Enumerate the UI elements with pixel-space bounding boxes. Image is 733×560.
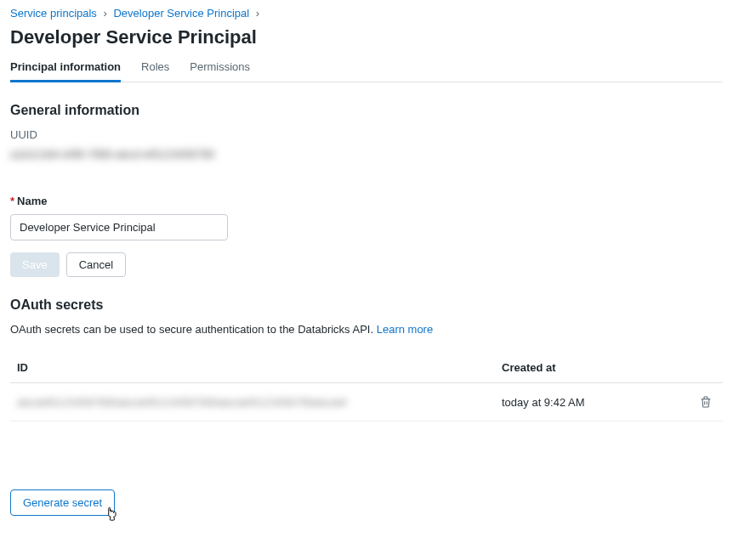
- name-label-text: Name: [17, 195, 47, 207]
- breadcrumb-root-link[interactable]: Service principals: [10, 7, 97, 20]
- tab-principal-information[interactable]: Principal information: [10, 60, 121, 82]
- breadcrumb-current-link[interactable]: Developer Service Principal: [113, 7, 249, 20]
- secrets-table: ID Created at abcdef01234567890abcdef012…: [10, 353, 723, 421]
- page-title: Developer Service Principal: [10, 26, 723, 48]
- save-button: Save: [10, 252, 60, 277]
- column-header-id: ID: [10, 353, 495, 383]
- tab-permissions[interactable]: Permissions: [190, 60, 250, 82]
- column-header-created: Created at: [495, 353, 689, 383]
- uuid-value: a1b2c3d4-e5f6-7890-abcd-ef0123456789: [10, 148, 214, 161]
- learn-more-link[interactable]: Learn more: [377, 323, 433, 336]
- tab-roles[interactable]: Roles: [141, 60, 169, 82]
- oauth-secrets-heading: OAuth secrets: [10, 297, 723, 313]
- cancel-button[interactable]: Cancel: [66, 252, 126, 277]
- oauth-description-text: OAuth secrets can be used to secure auth…: [10, 323, 373, 336]
- secret-id-value: abcdef01234567890abcdef01234567890abcdef…: [17, 396, 347, 409]
- general-information-heading: General information: [10, 103, 723, 118]
- name-label: *Name: [10, 195, 723, 207]
- name-input[interactable]: [10, 214, 228, 240]
- generate-secret-button[interactable]: Generate secret: [10, 489, 115, 516]
- breadcrumb-separator: ›: [256, 7, 259, 20]
- table-row: abcdef01234567890abcdef01234567890abcdef…: [10, 383, 723, 421]
- uuid-label: UUID: [10, 128, 723, 141]
- required-indicator: *: [10, 195, 14, 207]
- trash-icon: [699, 395, 713, 409]
- column-header-actions: [689, 353, 723, 383]
- secret-created-value: today at 9:42 AM: [495, 383, 689, 421]
- breadcrumb: Service principals › Developer Service P…: [10, 7, 723, 20]
- delete-secret-button[interactable]: [696, 392, 716, 412]
- oauth-description: OAuth secrets can be used to secure auth…: [10, 323, 723, 336]
- breadcrumb-separator: ›: [104, 7, 107, 20]
- tabs: Principal information Roles Permissions: [10, 60, 723, 82]
